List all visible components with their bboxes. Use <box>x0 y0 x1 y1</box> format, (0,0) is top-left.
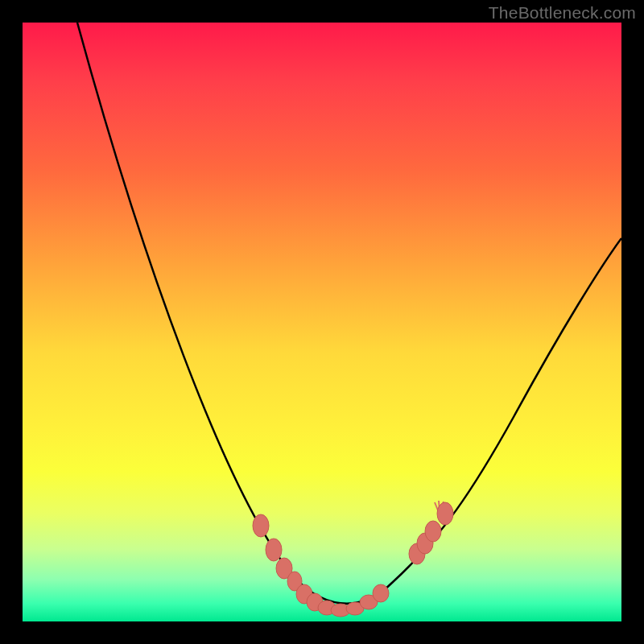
data-marker <box>437 502 453 525</box>
data-marker <box>266 539 282 561</box>
data-marker <box>253 514 269 537</box>
data-marker <box>373 584 389 602</box>
watermark-text: TheBottleneck.com <box>489 3 636 23</box>
data-marker <box>425 521 441 542</box>
chart-plot-area <box>23 23 621 621</box>
bottleneck-chart-svg <box>23 23 621 621</box>
bottleneck-curve <box>77 23 621 604</box>
data-markers <box>253 502 453 617</box>
